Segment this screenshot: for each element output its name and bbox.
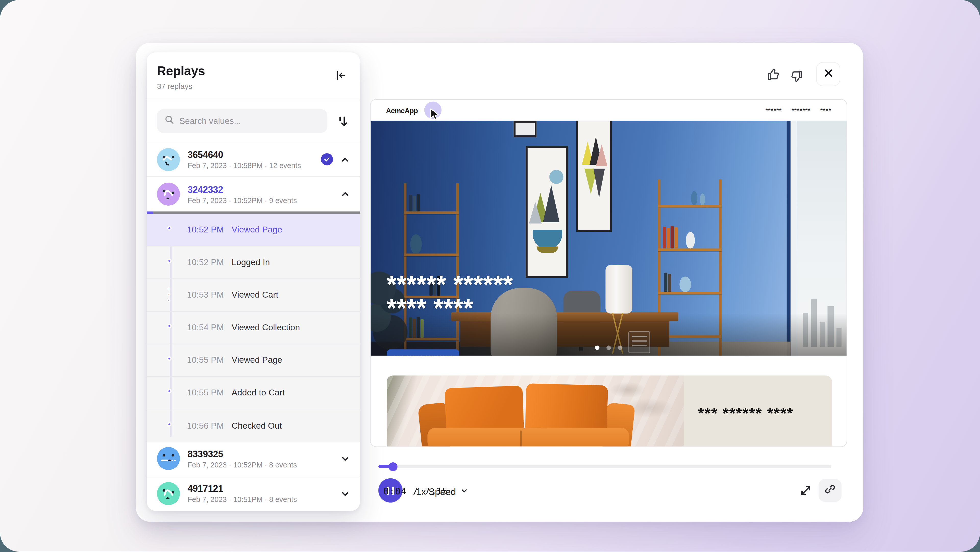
search-input[interactable] (180, 116, 320, 126)
hero-line1: ****** ****** (387, 273, 513, 297)
event-time: 10:56 PM (187, 420, 232, 430)
avatar (157, 183, 180, 206)
hero-line2: **** **** (387, 296, 513, 320)
session-row-3242332[interactable]: 3242332 Feb 7, 2023 · 10:52PM · 9 events (147, 177, 360, 212)
session-meta: Feb 7, 2023 · 10:52PM · 8 events (188, 461, 333, 469)
couch-cushion (445, 386, 524, 432)
playback-time: 0:04 / 7:15 (0, 486, 832, 496)
time-separator: / (413, 486, 418, 496)
event-dot (167, 389, 172, 394)
event-list: 10:52 PM Viewed Page 10:52 PM Logged In … (147, 214, 360, 442)
playback-progress-track[interactable] (379, 465, 832, 468)
event-time: 10:55 PM (187, 388, 232, 397)
progress-rest (153, 212, 360, 214)
search-row (147, 101, 360, 142)
session-info: 3242332 Feb 7, 2023 · 10:52PM · 9 events (188, 184, 333, 204)
session-meta: Feb 7, 2023 · 10:52PM · 9 events (188, 196, 333, 204)
copy-link-button[interactable] (819, 479, 842, 502)
event-row[interactable]: 10:55 PM Viewed Page (147, 344, 360, 377)
event-label: Viewed Collection (232, 322, 300, 332)
event-dot (167, 422, 172, 426)
event-dot (167, 324, 172, 329)
app-background: Replays 37 replays (0, 0, 980, 552)
expand-icon[interactable] (800, 484, 812, 497)
event-dot (167, 226, 172, 231)
playback-progress-handle[interactable] (389, 462, 398, 471)
event-row[interactable]: 10:52 PM Viewed Page (147, 214, 360, 246)
hero-masked-heading: ****** ****** **** **** (387, 273, 513, 320)
mouse-cursor-icon (430, 108, 439, 124)
avatar-face (157, 148, 180, 171)
carousel-dot[interactable] (606, 346, 611, 350)
event-row[interactable]: 10:55 PM Added to Cart (147, 377, 360, 409)
player-actions (767, 62, 840, 86)
event-label: Viewed Cart (232, 290, 278, 300)
close-button[interactable] (816, 62, 840, 86)
event-label: Checked Out (232, 420, 282, 430)
chevron-up-icon[interactable] (341, 155, 350, 164)
session-row-3654640[interactable]: 3654640 Feb 7, 2023 · 10:58PM · 12 event… (147, 142, 360, 177)
session-meta: Feb 7, 2023 · 10:58PM · 12 events (188, 162, 313, 169)
avatar (157, 447, 180, 470)
nav-item-masked[interactable]: ****** (765, 107, 782, 113)
site-nav: ****** ******* **** (765, 107, 832, 113)
avatar-face (157, 447, 180, 470)
couch-photo (387, 375, 684, 447)
search-icon (165, 115, 174, 127)
carousel-dot[interactable] (618, 346, 622, 350)
event-dot-teal (167, 287, 170, 290)
carousel-dot-active[interactable] (595, 346, 600, 350)
thumbs-up-icon[interactable] (767, 67, 781, 81)
sort-descending-icon[interactable] (336, 114, 350, 128)
session-info: 8339325 Feb 7, 2023 · 10:52PM · 8 events (188, 448, 333, 469)
watched-check-icon[interactable] (321, 153, 333, 166)
replay-count: 37 replays (157, 82, 350, 91)
event-time: 10:54 PM (187, 322, 232, 332)
product-panel: *** ****** **** (684, 375, 832, 447)
site-logo: AcmeApp (386, 106, 418, 114)
event-row[interactable]: 10:54 PM Viewed Collection (147, 311, 360, 344)
collapse-sidebar-icon[interactable] (334, 69, 347, 82)
chevron-up-icon[interactable] (341, 190, 350, 199)
avatar (157, 148, 180, 171)
sidebar-header: Replays 37 replays (147, 53, 360, 100)
chevron-down-icon[interactable] (341, 454, 350, 463)
event-label: Viewed Page (232, 355, 282, 365)
event-dot-purple (167, 298, 170, 302)
hero-banner: ****** ****** **** **** **** ****** ****… (371, 121, 847, 356)
session-id: 3654640 (188, 150, 313, 160)
event-time: 10:55 PM (187, 355, 232, 365)
nav-item-masked[interactable]: ******* (792, 107, 811, 113)
progress-played (147, 212, 153, 214)
session-id: 8339325 (188, 448, 333, 459)
close-icon (823, 68, 833, 80)
carousel-dots (595, 346, 622, 350)
event-label: Viewed Page (232, 225, 282, 235)
site-body: *** ****** **** (371, 356, 847, 447)
session-meta: Feb 7, 2023 · 10:51PM · 8 events (188, 496, 333, 503)
time-current: 0:04 (383, 486, 407, 496)
page-title: Replays (157, 64, 350, 79)
time-total: 7:15 (425, 486, 448, 496)
session-info: 3654640 Feb 7, 2023 · 10:58PM · 12 event… (188, 150, 313, 169)
replay-viewport: AcmeApp ****** ******* **** (370, 99, 847, 447)
couch-cushion (525, 383, 608, 431)
link-icon (824, 483, 836, 498)
event-row[interactable]: 10:52 PM Logged In (147, 246, 360, 279)
session-playback-progress (147, 212, 360, 214)
session-id-active: 3242332 (188, 184, 333, 195)
avatar-face (157, 183, 180, 206)
event-dot (167, 356, 172, 361)
screen: Replays 37 replays (0, 0, 980, 552)
thumbs-down-icon[interactable] (789, 69, 804, 83)
event-row[interactable]: 10:53 PM Viewed Cart (147, 279, 360, 311)
event-row[interactable]: 10:56 PM Checked Out (147, 409, 360, 442)
session-row-8339325[interactable]: 8339325 Feb 7, 2023 · 10:52PM · 8 events (147, 442, 360, 476)
event-label: Added to Cart (232, 388, 285, 397)
search-input-wrapper[interactable] (157, 109, 328, 133)
event-dot (167, 259, 172, 263)
hero-cta-button[interactable]: **** ****** ********** (387, 349, 460, 356)
product-card[interactable]: *** ****** **** (387, 375, 832, 447)
event-time: 10:53 PM (187, 290, 232, 300)
nav-item-masked[interactable]: **** (820, 107, 831, 113)
